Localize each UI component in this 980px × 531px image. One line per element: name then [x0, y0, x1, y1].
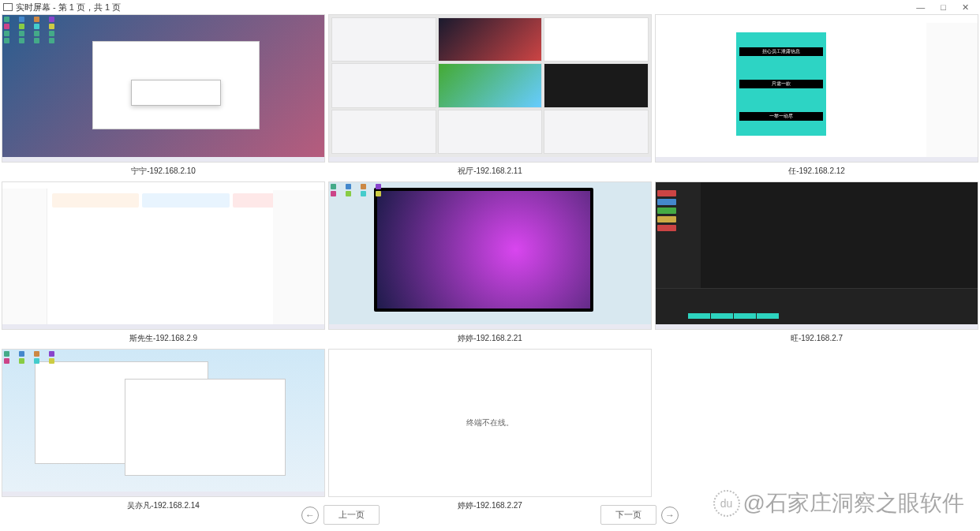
next-arrow-icon[interactable]: → — [661, 507, 679, 524]
titlebar: 实时屏幕 - 第 1 页，共 1 页 — [0, 0, 980, 14]
screen-cell[interactable]: 斯先生-192.168.2.9 — [2, 181, 325, 347]
screen-thumbnail[interactable]: 担心员工泄露信息 只需一款 一举一动尽 — [655, 14, 978, 163]
screen-thumbnail[interactable] — [655, 181, 978, 330]
screen-label: 祝厅-192.168.2.11 — [328, 163, 652, 180]
screen-label: 婷婷-192.168.2.21 — [328, 330, 652, 347]
screen-thumbnail[interactable] — [2, 14, 325, 163]
screen-cell[interactable]: 担心员工泄露信息 只需一款 一举一动尽 任-192.168.2.12 — [655, 14, 978, 180]
screen-cell[interactable]: 终端不在线。 婷婷-192.168.2.27 — [328, 349, 652, 514]
poster-line: 只需一款 — [739, 80, 823, 88]
watermark-icon: du — [713, 490, 740, 517]
maximize-button[interactable]: □ — [937, 2, 949, 13]
window-title: 实时屏幕 - 第 1 页，共 1 页 — [16, 2, 121, 13]
screen-label: 宁宁-192.168.2.10 — [2, 163, 325, 180]
screen-cell[interactable]: 旺-192.168.2.7 — [655, 181, 978, 347]
minimize-button[interactable]: — — [913, 2, 928, 13]
screen-label: 任-192.168.2.12 — [655, 163, 978, 180]
screen-cell[interactable]: 宁宁-192.168.2.10 — [2, 14, 325, 180]
watermark: du @石家庄洞察之眼软件 — [713, 488, 964, 518]
next-page-button[interactable]: 下一页 — [600, 505, 656, 525]
watermark-text: @石家庄洞察之眼软件 — [743, 488, 964, 518]
close-button[interactable]: ✕ — [959, 2, 972, 13]
window-controls: — □ ✕ — [905, 0, 980, 15]
poster-line: 一举一动尽 — [739, 112, 823, 121]
screen-thumbnail[interactable] — [2, 181, 325, 330]
screen-thumbnail[interactable]: 终端不在线。 — [328, 349, 652, 497]
screen-label: 斯先生-192.168.2.9 — [2, 330, 325, 347]
screen-label: 旺-192.168.2.7 — [655, 330, 978, 347]
offline-message: 终端不在线。 — [329, 350, 651, 496]
screen-cell[interactable]: 婷婷-192.168.2.21 — [328, 181, 652, 347]
screen-cell[interactable]: 吴亦凡-192.168.2.14 — [2, 349, 325, 514]
screen-thumbnail[interactable] — [2, 349, 325, 497]
prev-arrow-icon[interactable]: ← — [301, 507, 319, 524]
screen-thumbnail[interactable] — [328, 181, 652, 330]
poster-line: 担心员工泄露信息 — [739, 47, 823, 56]
screen-thumbnail[interactable] — [328, 14, 652, 163]
screen-cell[interactable]: 祝厅-192.168.2.11 — [328, 14, 652, 180]
screen-grid: 宁宁-192.168.2.10 祝厅-192.168.2.11 担心员工泄露信息… — [0, 14, 980, 514]
prev-page-button[interactable]: 上一页 — [324, 505, 380, 525]
app-icon — [3, 3, 13, 11]
